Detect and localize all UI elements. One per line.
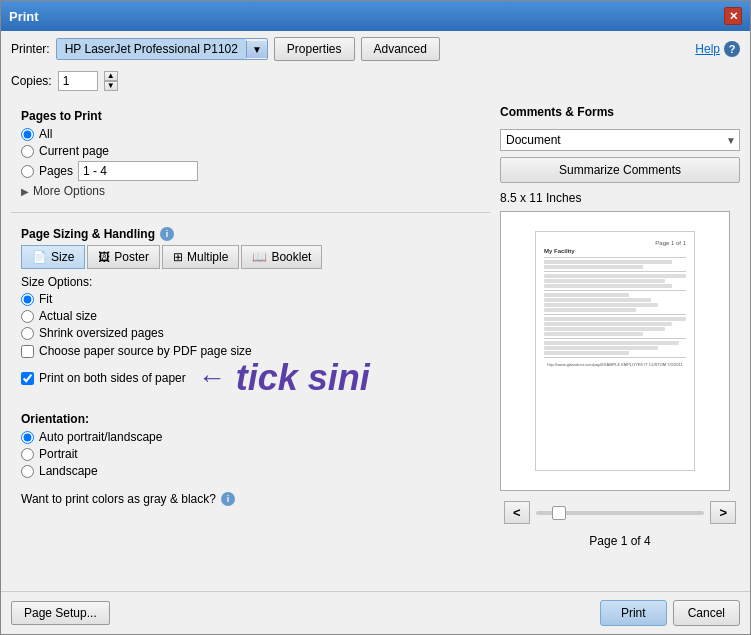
preview-section: 8.5 x 11 Inches Page 1 of 1 My Facility bbox=[500, 191, 740, 548]
print-both-sides-row: Print on both sides of paper bbox=[21, 371, 186, 385]
pages-section-title: Pages to Print bbox=[21, 109, 480, 123]
radio-shrink-row: Shrink oversized pages bbox=[21, 326, 480, 340]
window-title: Print bbox=[9, 9, 39, 24]
radio-auto[interactable] bbox=[21, 431, 34, 444]
radio-current-row: Current page bbox=[21, 144, 480, 158]
preview-box: Page 1 of 1 My Facility bbox=[500, 211, 730, 491]
tab-booklet-icon: 📖 bbox=[252, 250, 267, 264]
close-button[interactable]: ✕ bbox=[724, 7, 742, 25]
document-select[interactable]: Document bbox=[500, 129, 740, 151]
preview-inner: Page 1 of 1 My Facility bbox=[535, 231, 695, 471]
size-options-label: Size Options: bbox=[21, 275, 480, 289]
nav-prev-button[interactable]: < bbox=[504, 501, 530, 524]
print-both-sides-checkbox[interactable] bbox=[21, 372, 34, 385]
more-options-label: More Options bbox=[33, 184, 105, 198]
copies-row: Copies: ▲ ▼ bbox=[1, 67, 750, 95]
tab-multiple[interactable]: ⊞ Multiple bbox=[162, 245, 239, 269]
gray-question-info-icon[interactable]: i bbox=[221, 492, 235, 506]
choose-paper-checkbox[interactable] bbox=[21, 345, 34, 358]
radio-shrink-label: Shrink oversized pages bbox=[39, 326, 164, 340]
sizing-info-icon[interactable]: i bbox=[160, 227, 174, 241]
tab-booklet-label: Booklet bbox=[271, 250, 311, 264]
printer-row: Printer: HP LaserJet Professional P1102 … bbox=[1, 31, 750, 67]
radio-portrait-row: Portrait bbox=[21, 447, 480, 461]
copies-label: Copies: bbox=[11, 74, 52, 88]
divider-1 bbox=[11, 212, 490, 213]
radio-pages-label: Pages bbox=[39, 164, 73, 178]
print-dialog: Print ✕ Printer: HP LaserJet Professiona… bbox=[0, 0, 751, 635]
printer-dropdown-wrapper: HP LaserJet Professional P1102 ▼ bbox=[56, 38, 268, 60]
radio-all[interactable] bbox=[21, 128, 34, 141]
radio-portrait-label: Portrait bbox=[39, 447, 78, 461]
printer-label: Printer: bbox=[11, 42, 50, 56]
tab-size-icon: 📄 bbox=[32, 250, 47, 264]
pages-to-print-section: Pages to Print All Current page Pages bbox=[11, 105, 490, 202]
gray-question-row: Want to print colors as gray & black? i bbox=[11, 488, 490, 510]
printer-name: HP LaserJet Professional P1102 bbox=[57, 39, 246, 59]
radio-fit-label: Fit bbox=[39, 292, 52, 306]
help-link[interactable]: Help bbox=[695, 42, 720, 56]
radio-landscape-row: Landscape bbox=[21, 464, 480, 478]
page-info: Page 1 of 4 bbox=[500, 534, 740, 548]
print-both-sides-label: Print on both sides of paper bbox=[39, 371, 186, 385]
annotation-area: Print on both sides of paper ← tick sini bbox=[21, 360, 480, 396]
tab-poster-label: Poster bbox=[114, 250, 149, 264]
radio-fit[interactable] bbox=[21, 293, 34, 306]
preview-size-label: 8.5 x 11 Inches bbox=[500, 191, 740, 205]
properties-button[interactable]: Properties bbox=[274, 37, 355, 61]
tab-size[interactable]: 📄 Size bbox=[21, 245, 85, 269]
tab-multiple-label: Multiple bbox=[187, 250, 228, 264]
radio-actual[interactable] bbox=[21, 310, 34, 323]
page-sizing-section: Page Sizing & Handling i 📄 Size 🖼 Poster… bbox=[11, 223, 490, 402]
arrow-icon: ← bbox=[198, 362, 226, 394]
printer-dropdown-button[interactable]: ▼ bbox=[246, 41, 267, 58]
spinner-up[interactable]: ▲ bbox=[104, 71, 118, 81]
choose-paper-label: Choose paper source by PDF page size bbox=[39, 344, 252, 358]
orientation-section: Orientation: Auto portrait/landscape Por… bbox=[11, 410, 490, 480]
nav-thumb[interactable] bbox=[552, 506, 566, 520]
print-button[interactable]: Print bbox=[600, 600, 667, 626]
left-panel: Pages to Print All Current page Pages bbox=[11, 105, 490, 581]
sizing-section-title: Page Sizing & Handling bbox=[21, 227, 155, 241]
orientation-title: Orientation: bbox=[21, 412, 480, 426]
tab-poster[interactable]: 🖼 Poster bbox=[87, 245, 160, 269]
radio-actual-label: Actual size bbox=[39, 309, 97, 323]
document-select-wrapper: Document ▼ bbox=[500, 129, 740, 151]
page-setup-button[interactable]: Page Setup... bbox=[11, 601, 110, 625]
right-panel: Comments & Forms Document ▼ Summarize Co… bbox=[500, 105, 740, 581]
pages-range-input[interactable] bbox=[78, 161, 198, 181]
tab-poster-icon: 🖼 bbox=[98, 250, 110, 264]
footer-right: Print Cancel bbox=[600, 600, 740, 626]
gray-question-label: Want to print colors as gray & black? bbox=[21, 492, 216, 506]
copies-spinner: ▲ ▼ bbox=[104, 71, 118, 91]
nav-slider[interactable] bbox=[536, 511, 705, 515]
main-content: Pages to Print All Current page Pages bbox=[1, 95, 750, 591]
radio-current[interactable] bbox=[21, 145, 34, 158]
radio-portrait[interactable] bbox=[21, 448, 34, 461]
annotation-text: tick sini bbox=[236, 360, 370, 396]
tab-booklet[interactable]: 📖 Booklet bbox=[241, 245, 322, 269]
summarize-comments-button[interactable]: Summarize Comments bbox=[500, 157, 740, 183]
nav-section: < > bbox=[500, 497, 740, 528]
footer: Page Setup... Print Cancel bbox=[1, 591, 750, 634]
tab-size-label: Size bbox=[51, 250, 74, 264]
radio-auto-label: Auto portrait/landscape bbox=[39, 430, 162, 444]
radio-fit-row: Fit bbox=[21, 292, 480, 306]
radio-all-row: All bbox=[21, 127, 480, 141]
spinner-down[interactable]: ▼ bbox=[104, 81, 118, 91]
nav-next-button[interactable]: > bbox=[710, 501, 736, 524]
sizing-tabs: 📄 Size 🖼 Poster ⊞ Multiple 📖 Booklet bbox=[21, 245, 480, 269]
cancel-button[interactable]: Cancel bbox=[673, 600, 740, 626]
orientation-radio-group: Auto portrait/landscape Portrait Landsca… bbox=[21, 430, 480, 478]
more-options-toggle[interactable]: ▶ More Options bbox=[21, 184, 480, 198]
copies-input[interactable] bbox=[58, 71, 98, 91]
comments-forms-section: Comments & Forms Document ▼ Summarize Co… bbox=[500, 105, 740, 183]
radio-all-label: All bbox=[39, 127, 52, 141]
advanced-button[interactable]: Advanced bbox=[361, 37, 440, 61]
radio-pages-row: Pages bbox=[21, 161, 480, 181]
radio-landscape[interactable] bbox=[21, 465, 34, 478]
radio-shrink[interactable] bbox=[21, 327, 34, 340]
title-bar: Print ✕ bbox=[1, 1, 750, 31]
radio-pages[interactable] bbox=[21, 165, 34, 178]
help-icon[interactable]: ? bbox=[724, 41, 740, 57]
